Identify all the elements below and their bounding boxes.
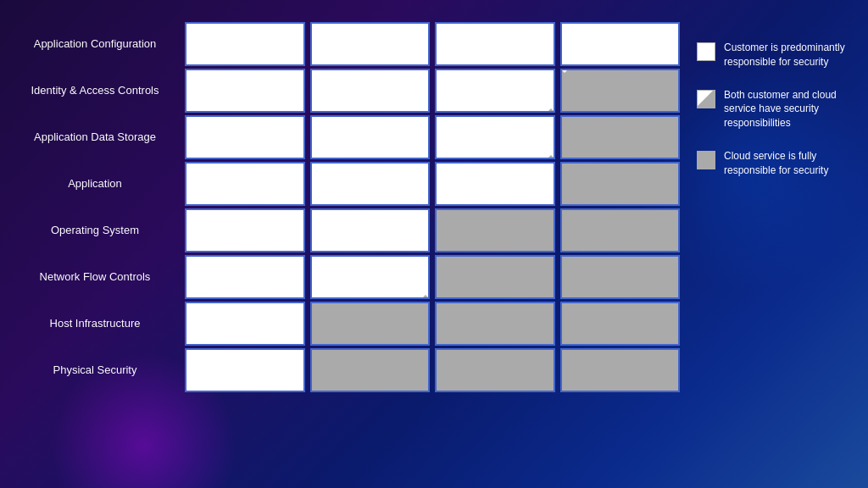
- table-row: Operating System: [10, 208, 680, 252]
- cell: [560, 208, 681, 252]
- table-row: Network Flow Controls: [10, 255, 680, 299]
- row-label: Application: [10, 177, 180, 191]
- main-container: Application ConfigurationIdentity & Acce…: [0, 0, 868, 488]
- row-cells: [185, 348, 680, 392]
- col-header-saas: [559, 15, 680, 19]
- row-label: Operating System: [10, 224, 180, 238]
- cell: [185, 22, 305, 66]
- legend-item: Customer is predominantly responsible fo…: [697, 41, 858, 69]
- cell: [435, 255, 555, 299]
- cell: [310, 302, 431, 346]
- row-cells: [185, 69, 680, 113]
- table-row: Application: [10, 162, 680, 206]
- legend-icon: [697, 90, 715, 108]
- cell: [435, 348, 555, 392]
- row-label: Identity & Access Controls: [10, 84, 180, 98]
- legend: Customer is predominantly responsible fo…: [680, 15, 858, 478]
- row-label: Host Infrastructure: [10, 317, 180, 331]
- table-title: [10, 15, 180, 19]
- cell: [435, 22, 555, 66]
- column-headers: [180, 15, 680, 19]
- data-rows: Application ConfigurationIdentity & Acce…: [10, 22, 680, 392]
- table-row: Application Configuration: [10, 22, 680, 66]
- legend-item: Cloud service is fully responsible for s…: [697, 149, 858, 178]
- cell: [310, 162, 431, 206]
- legend-icon: [697, 42, 715, 61]
- cell: [185, 302, 305, 346]
- legend-text: Cloud service is fully responsible for s…: [724, 149, 858, 178]
- cell: [185, 348, 305, 392]
- cell: [560, 22, 681, 66]
- cell: [435, 69, 555, 113]
- cell: [185, 208, 305, 252]
- table-row: Physical Security: [10, 348, 680, 392]
- cell: [185, 115, 305, 159]
- cell: [310, 208, 431, 252]
- row-cells: [185, 162, 680, 206]
- cell: [435, 115, 555, 159]
- cell: [435, 208, 555, 252]
- legend-item: Both customer and cloud service have sec…: [697, 88, 858, 130]
- cell: [310, 115, 431, 159]
- cell: [560, 255, 681, 299]
- cell: [185, 162, 305, 206]
- table-row: Identity & Access Controls: [10, 69, 680, 113]
- legend-text: Customer is predominantly responsible fo…: [724, 41, 858, 69]
- legend-icon: [697, 151, 715, 169]
- row-cells: [185, 302, 680, 346]
- cell: [560, 69, 681, 113]
- row-label: Physical Security: [10, 363, 180, 378]
- cell: [560, 115, 681, 159]
- table-row: Host Infrastructure: [10, 302, 680, 346]
- cell: [560, 302, 681, 346]
- cell: [560, 348, 681, 392]
- table-row: Application Data Storage: [10, 115, 680, 159]
- row-label: Network Flow Controls: [10, 270, 180, 285]
- col-header-onpremise: [180, 15, 301, 19]
- cell: [560, 162, 681, 206]
- cell: [185, 255, 305, 299]
- table-area: Application ConfigurationIdentity & Acce…: [10, 15, 680, 478]
- row-label: Application Data Storage: [10, 130, 180, 145]
- cell: [435, 162, 555, 206]
- cell: [310, 348, 431, 392]
- legend-text: Both customer and cloud service have sec…: [724, 88, 858, 130]
- header-row: [10, 15, 680, 19]
- row-cells: [185, 22, 680, 66]
- col-header-iaas: [306, 15, 427, 19]
- cell: [310, 69, 431, 113]
- row-cells: [185, 208, 680, 252]
- row-cells: [185, 115, 680, 159]
- row-cells: [185, 255, 680, 299]
- cell: [185, 69, 305, 113]
- row-label: Application Configuration: [10, 37, 180, 52]
- cell: [310, 255, 431, 299]
- cell: [435, 302, 555, 346]
- col-header-paas: [432, 15, 554, 19]
- cell: [310, 22, 431, 66]
